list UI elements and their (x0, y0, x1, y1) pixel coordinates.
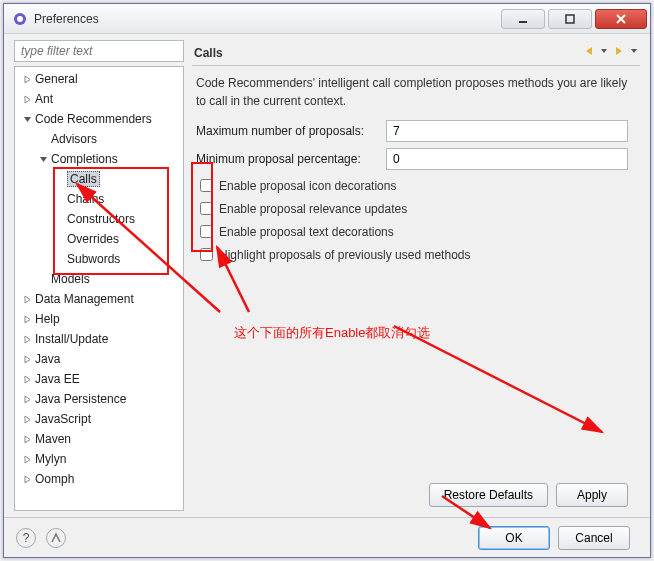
tree-item[interactable]: General (15, 69, 183, 89)
tree-item-label: Ant (35, 92, 53, 106)
tree-item-label: Calls (67, 171, 100, 187)
tree-item[interactable]: Overrides (15, 229, 183, 249)
chevron-right-icon[interactable] (21, 433, 33, 445)
minimize-button[interactable] (501, 9, 545, 29)
svg-point-1 (17, 16, 23, 22)
chevron-down-icon[interactable] (21, 113, 33, 125)
tree-item[interactable]: Models (15, 269, 183, 289)
chevron-right-icon[interactable] (21, 473, 33, 485)
panel-description: Code Recommenders' intelligent call comp… (196, 74, 636, 110)
annotation-text: 这个下面的所有Enable都取消勾选 (234, 324, 430, 342)
tree-item[interactable]: Subwords (15, 249, 183, 269)
filter-input[interactable] (14, 40, 184, 62)
tree-item-label: Code Recommenders (35, 112, 152, 126)
checkbox-row: Enable proposal icon decorations (196, 176, 636, 195)
svg-rect-3 (566, 15, 574, 23)
tree-item-label: JavaScript (35, 412, 91, 426)
tree-item[interactable]: Ant (15, 89, 183, 109)
chevron-right-icon[interactable] (21, 73, 33, 85)
tree-item-label: Java Persistence (35, 392, 126, 406)
chevron-down-icon[interactable] (37, 153, 49, 165)
tree-item-label: Overrides (67, 232, 119, 246)
preferences-window: Preferences GeneralAntCode RecommendersA… (3, 3, 651, 558)
checkbox-label: Enable proposal icon decorations (219, 179, 396, 193)
window-title: Preferences (34, 12, 501, 26)
chevron-right-icon[interactable] (21, 353, 33, 365)
forward-icon[interactable] (612, 44, 626, 61)
tree-item-label: Maven (35, 432, 71, 446)
tree-item[interactable]: Completions (15, 149, 183, 169)
tree-item-label: Subwords (67, 252, 120, 266)
tree-item[interactable]: Calls (15, 169, 183, 189)
tree-item[interactable]: Java EE (15, 369, 183, 389)
help-icon[interactable]: ? (16, 528, 36, 548)
tree-item-label: Constructors (67, 212, 135, 226)
checkbox-label: Enable proposal relevance updates (219, 202, 407, 216)
panel-button-row: Restore Defaults Apply (421, 479, 636, 511)
chevron-right-icon[interactable] (21, 313, 33, 325)
back-icon[interactable] (582, 44, 596, 61)
ok-button[interactable]: OK (478, 526, 550, 550)
annotation-arrow-3 (392, 324, 612, 444)
close-button[interactable] (595, 9, 647, 29)
import-export-icon[interactable] (46, 528, 66, 548)
checkbox[interactable] (200, 179, 213, 192)
checkbox-row: Enable proposal text decorations (196, 222, 636, 241)
checkbox-row: Highlight proposals of previously used m… (196, 245, 636, 264)
tree-item[interactable]: Java (15, 349, 183, 369)
max-proposals-label: Maximum number of proposals: (196, 124, 386, 138)
tree-item-label: Chains (67, 192, 104, 206)
tree-item-label: Mylyn (35, 452, 66, 466)
tree-item[interactable]: Help (15, 309, 183, 329)
tree-item-label: Java EE (35, 372, 80, 386)
panel-header: Calls (192, 40, 640, 66)
chevron-right-icon[interactable] (21, 93, 33, 105)
chevron-right-icon[interactable] (21, 293, 33, 305)
tree-item[interactable]: Advisors (15, 129, 183, 149)
checkbox[interactable] (200, 202, 213, 215)
min-percentage-input[interactable] (386, 148, 628, 170)
tree-item[interactable]: Mylyn (15, 449, 183, 469)
checkbox-row: Enable proposal relevance updates (196, 199, 636, 218)
tree-item[interactable]: Java Persistence (15, 389, 183, 409)
tree-item[interactable]: Maven (15, 429, 183, 449)
min-percentage-row: Minimum proposal percentage: (196, 148, 636, 170)
chevron-right-icon[interactable] (21, 413, 33, 425)
preferences-tree[interactable]: GeneralAntCode RecommendersAdvisorsCompl… (14, 66, 184, 511)
tree-item[interactable]: Chains (15, 189, 183, 209)
tree-item[interactable]: Code Recommenders (15, 109, 183, 129)
chevron-right-icon[interactable] (21, 393, 33, 405)
left-panel: GeneralAntCode RecommendersAdvisorsCompl… (14, 40, 184, 511)
tree-item[interactable]: Constructors (15, 209, 183, 229)
min-percentage-label: Minimum proposal percentage: (196, 152, 386, 166)
tree-item[interactable]: JavaScript (15, 409, 183, 429)
checkbox[interactable] (200, 248, 213, 261)
checkbox-label: Enable proposal text decorations (219, 225, 394, 239)
apply-button[interactable]: Apply (556, 483, 628, 507)
chevron-right-icon[interactable] (21, 333, 33, 345)
chevron-right-icon[interactable] (21, 453, 33, 465)
restore-defaults-button[interactable]: Restore Defaults (429, 483, 548, 507)
tree-item-label: Models (51, 272, 90, 286)
chevron-right-icon[interactable] (21, 373, 33, 385)
tree-item-label: General (35, 72, 78, 86)
titlebar[interactable]: Preferences (4, 4, 650, 34)
tree-item[interactable]: Oomph (15, 469, 183, 489)
tree-item[interactable]: Data Management (15, 289, 183, 309)
nav-icons (582, 44, 640, 61)
tree-item-label: Oomph (35, 472, 74, 486)
forward-menu-icon[interactable] (630, 44, 638, 61)
max-proposals-row: Maximum number of proposals: (196, 120, 636, 142)
max-proposals-input[interactable] (386, 120, 628, 142)
tree-item-label: Advisors (51, 132, 97, 146)
tree-item[interactable]: Install/Update (15, 329, 183, 349)
tree-item-label: Data Management (35, 292, 134, 306)
checkbox-label: Highlight proposals of previously used m… (219, 248, 470, 262)
maximize-button[interactable] (548, 9, 592, 29)
checkbox[interactable] (200, 225, 213, 238)
tree-item-label: Completions (51, 152, 118, 166)
app-icon (12, 11, 28, 27)
back-menu-icon[interactable] (600, 44, 608, 61)
cancel-button[interactable]: Cancel (558, 526, 630, 550)
panel-title: Calls (192, 46, 223, 60)
